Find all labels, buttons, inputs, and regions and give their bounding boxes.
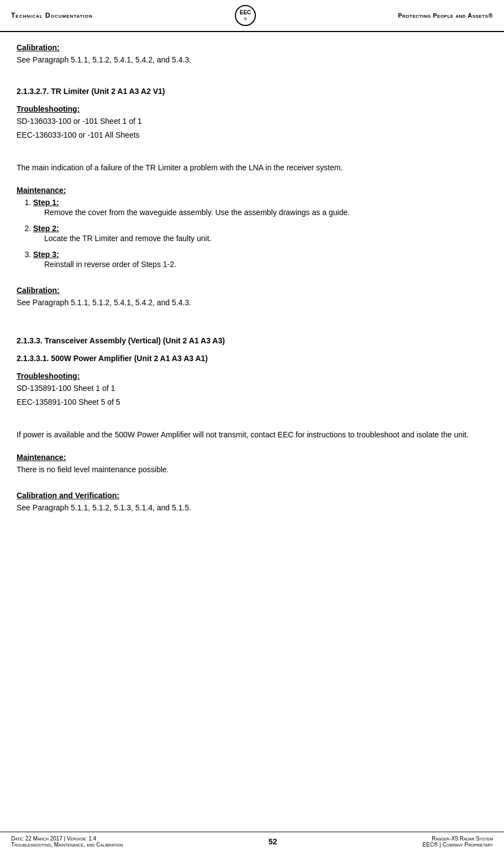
calibration1-heading: Calibration: xyxy=(17,43,487,52)
subsection-2-1-3-2-7-title: 2.1.3.2.7. TR Limiter (Unit 2 A1 A3 A2 V… xyxy=(17,87,487,96)
step-3-label: Step 3: xyxy=(33,250,59,259)
maintenance1-steps-list: Step 1: Remove the cover from the wavegu… xyxy=(33,198,487,270)
footer-page-number: 52 xyxy=(269,837,277,846)
page-header: Technical Documentation EEC ® Protecting… xyxy=(0,0,504,32)
troubleshooting2-line2: EEC-135891-100 Sheet 5 of 5 xyxy=(17,396,487,408)
maintenance2-text: There is no field level maintenance poss… xyxy=(17,464,487,476)
step-3-content: Reinstall in reverse order of Steps 1-2. xyxy=(44,259,487,270)
troubleshooting2-heading: Troubleshooting: xyxy=(17,372,487,380)
troubleshooting-section-1: Troubleshooting: SD-136033-100 or -101 S… xyxy=(17,105,487,141)
step-1-item: Step 1: Remove the cover from the wavegu… xyxy=(33,198,487,218)
eec-logo: EEC ® xyxy=(229,4,262,27)
footer-right: Ranger-X5 Radar System EEC® | Company Pr… xyxy=(423,836,493,848)
svg-text:EEC: EEC xyxy=(240,9,251,15)
calibration-section-1: Calibration: See Paragraph 5.1.1, 5.1.2,… xyxy=(17,43,487,66)
main-indication-text: The main indication of a failure of the … xyxy=(17,162,487,174)
step-2-item: Step 2: Locate the TR Limiter and remove… xyxy=(33,224,487,244)
subsection-2-1-3-3: 2.1.3.3. Transceiver Assembly (Vertical)… xyxy=(17,336,487,345)
step-1-content: Remove the cover from the waveguide asse… xyxy=(44,207,487,218)
troubleshooting2-line1: SD-135891-100 Sheet 1 of 1 xyxy=(17,383,487,394)
power-text-section: If power is available and the 500W Power… xyxy=(17,429,487,441)
header-right-label: Protecting People and Assets® xyxy=(398,12,493,19)
footer-system-name: Ranger-X5 Radar System xyxy=(423,836,493,842)
step-2-content: Locate the TR Limiter and remove the fau… xyxy=(44,233,487,244)
calibration1-text: See Paragraph 5.1.1, 5.1.2, 5.4.1, 5.4.2… xyxy=(17,54,487,66)
footer-subject: Troubleshooting, Maintenance, and Calibr… xyxy=(11,842,123,848)
calibration-section-2: Calibration: See Paragraph 5.1.1, 5.1.2,… xyxy=(17,286,487,309)
header-left-label: Technical Documentation xyxy=(11,12,93,19)
main-content: Calibration: See Paragraph 5.1.1, 5.1.2,… xyxy=(0,32,504,534)
step-3-item: Step 3: Reinstall in reverse order of St… xyxy=(33,250,487,270)
svg-text:®: ® xyxy=(244,17,247,21)
troubleshooting1-line1: SD-136033-100 or -101 Sheet 1 of 1 xyxy=(17,116,487,127)
subsection-2-1-3-3-1: 2.1.3.3.1. 500W Power Amplifier (Unit 2 … xyxy=(17,354,487,363)
maintenance1-heading: Maintenance: xyxy=(17,186,487,195)
footer-left: Date: 22 March 2017 | Version: 1.4 Troub… xyxy=(11,836,123,848)
maintenance-section-2: Maintenance: There is no field level mai… xyxy=(17,453,487,476)
troubleshooting1-line2: EEC-136033-100 or -101 All Sheets xyxy=(17,129,487,141)
page-footer: Date: 22 March 2017 | Version: 1.4 Troub… xyxy=(0,832,504,851)
subsection-2-1-3-3-title: 2.1.3.3. Transceiver Assembly (Vertical)… xyxy=(17,336,487,345)
troubleshooting-section-2: Troubleshooting: SD-135891-100 Sheet 1 o… xyxy=(17,372,487,408)
subsection-2-1-3-2-7: 2.1.3.2.7. TR Limiter (Unit 2 A1 A3 A2 V… xyxy=(17,87,487,96)
maintenance2-heading: Maintenance: xyxy=(17,453,487,462)
calibration2-text: See Paragraph 5.1.1, 5.1.2, 5.4.1, 5.4.2… xyxy=(17,297,487,309)
step-2-label: Step 2: xyxy=(33,224,59,233)
maintenance-section-1: Maintenance: Step 1: Remove the cover fr… xyxy=(17,186,487,270)
footer-proprietary: EEC® | Company Proprietary xyxy=(423,842,493,848)
calibration3-heading: Calibration and Verification: xyxy=(17,491,487,500)
svg-point-0 xyxy=(235,6,255,25)
subsection-2-1-3-3-1-title: 2.1.3.3.1. 500W Power Amplifier (Unit 2 … xyxy=(17,354,487,363)
calibration2-heading: Calibration: xyxy=(17,286,487,295)
step-1-label: Step 1: xyxy=(33,198,59,207)
main-indication-section: The main indication of a failure of the … xyxy=(17,162,487,174)
calibration-section-3: Calibration and Verification: See Paragr… xyxy=(17,491,487,514)
footer-date-version: Date: 22 March 2017 | Version: 1.4 xyxy=(11,836,123,842)
troubleshooting1-heading: Troubleshooting: xyxy=(17,105,487,113)
calibration3-text: See Paragraph 5.1.1, 5.1.2, 5.1.3, 5.1.4… xyxy=(17,502,487,514)
power-text: If power is available and the 500W Power… xyxy=(17,429,487,441)
